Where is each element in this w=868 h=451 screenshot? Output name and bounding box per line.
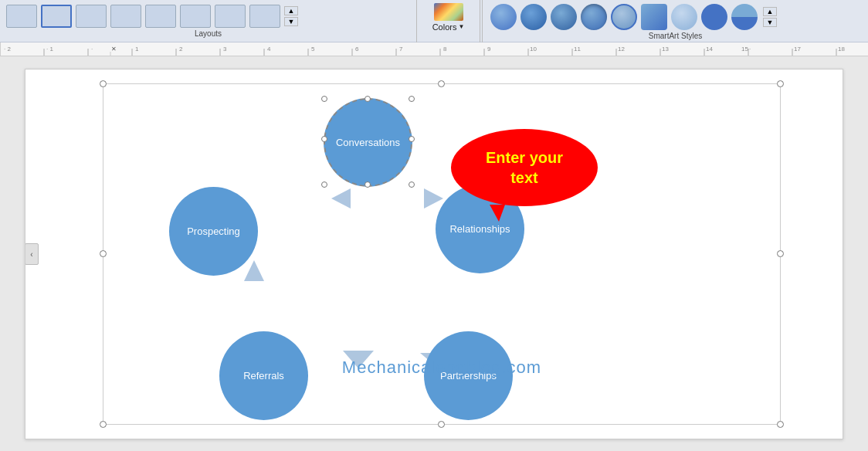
- handle-tc[interactable]: [438, 80, 445, 87]
- canvas-scroll-left[interactable]: ‹: [25, 243, 39, 265]
- svg-text:1: 1: [135, 46, 139, 53]
- style-scroll-down[interactable]: ▼: [763, 18, 777, 27]
- handle-ml[interactable]: [100, 250, 107, 257]
- layout-thumb-7[interactable]: [215, 5, 246, 28]
- svg-marker-47: [244, 260, 264, 281]
- smartart-style-5[interactable]: [611, 4, 637, 30]
- svg-text:8: 8: [443, 46, 447, 53]
- layout-thumb-2[interactable]: [41, 5, 72, 28]
- layout-thumb-6[interactable]: [180, 5, 211, 28]
- svg-marker-44: [424, 188, 443, 209]
- svg-text:4: 4: [267, 46, 271, 53]
- conv-handle-br[interactable]: [409, 181, 415, 188]
- smartart-style-1[interactable]: [490, 4, 517, 30]
- smartart-style-7[interactable]: [671, 4, 697, 30]
- conv-handle-t[interactable]: [321, 96, 327, 102]
- smartart-style-9[interactable]: [731, 4, 758, 30]
- svg-text:10: 10: [530, 46, 537, 53]
- conv-handle-tc[interactable]: [364, 96, 371, 102]
- layout-scroll-down[interactable]: ▼: [284, 17, 298, 26]
- callout-text: Enter your text: [486, 148, 563, 188]
- layout-scroll-up[interactable]: ▲: [284, 6, 298, 15]
- conv-handle-bl[interactable]: [321, 181, 327, 188]
- handle-bl[interactable]: [100, 421, 107, 428]
- svg-text:5: 5: [311, 46, 315, 53]
- handle-mr[interactable]: [777, 250, 784, 257]
- smartart-style-2[interactable]: [520, 4, 547, 30]
- svg-text:3: 3: [223, 46, 227, 53]
- svg-marker-43: [331, 188, 351, 209]
- callout-bubble: Enter your text: [451, 129, 598, 206]
- svg-text:6: 6: [355, 46, 359, 53]
- svg-text:·: ·: [91, 46, 93, 53]
- change-colors-button[interactable]: Colors▼: [417, 0, 480, 42]
- conversations-node[interactable]: Conversations: [324, 98, 412, 187]
- colors-icon: [434, 3, 463, 21]
- conv-handle-r[interactable]: [409, 136, 415, 142]
- ruler: · 2 · 1 · ✕ 1 2 3 4 5 6 7 8 9 10 11 12 1…: [0, 42, 868, 56]
- callout-tail: [490, 205, 505, 222]
- watermark: Mechanicalengblog.com: [103, 358, 780, 378]
- smartart-styles-label: SmartArt Styles: [483, 32, 868, 40]
- svg-text:14: 14: [706, 46, 713, 53]
- layout-thumb-4[interactable]: [110, 5, 141, 28]
- svg-text:·: ·: [749, 46, 751, 53]
- svg-text:15: 15: [741, 46, 748, 53]
- layouts-label: Layouts: [0, 29, 416, 38]
- handle-bc[interactable]: [438, 421, 445, 428]
- svg-text:2: 2: [179, 46, 183, 53]
- conv-handle-b[interactable]: [364, 181, 371, 188]
- smartart-style-4[interactable]: [581, 4, 607, 30]
- svg-text:17: 17: [794, 46, 801, 53]
- handle-tr[interactable]: [777, 80, 784, 87]
- svg-text:13: 13: [662, 46, 669, 53]
- layout-thumb-1[interactable]: [6, 5, 37, 28]
- callout-container: Enter your text: [451, 129, 598, 206]
- conv-handle-l[interactable]: [321, 136, 327, 142]
- diagram-bounds: Conversations Relationships Partnerships…: [103, 83, 781, 425]
- toolbar: ▲ ▼ Layouts Colors▼: [0, 0, 868, 42]
- colors-label: Colors▼: [432, 22, 465, 32]
- smartart-style-6[interactable]: [641, 4, 667, 30]
- layout-thumb-3[interactable]: [76, 5, 107, 28]
- svg-text:✕: ✕: [111, 46, 117, 53]
- conv-handle-tr[interactable]: [409, 96, 415, 102]
- canvas-wrapper: ‹: [0, 56, 868, 451]
- svg-text:11: 11: [574, 46, 581, 53]
- canvas: ‹: [25, 69, 843, 439]
- svg-text:12: 12: [618, 46, 625, 53]
- style-scroll-up[interactable]: ▲: [763, 7, 777, 16]
- svg-text:· 2: · 2: [4, 46, 11, 53]
- svg-text:7: 7: [399, 46, 403, 53]
- layout-thumb-5[interactable]: [145, 5, 176, 28]
- svg-text:18: 18: [838, 46, 845, 53]
- smartart-style-3[interactable]: [551, 4, 577, 30]
- handle-br[interactable]: [777, 421, 784, 428]
- prospecting-node[interactable]: Prospecting: [169, 187, 258, 276]
- layout-thumb-8[interactable]: [249, 5, 280, 28]
- smartart-style-8[interactable]: [701, 4, 727, 30]
- handle-tl[interactable]: [100, 80, 107, 87]
- svg-text:· 1: · 1: [46, 46, 53, 53]
- svg-text:9: 9: [487, 46, 491, 53]
